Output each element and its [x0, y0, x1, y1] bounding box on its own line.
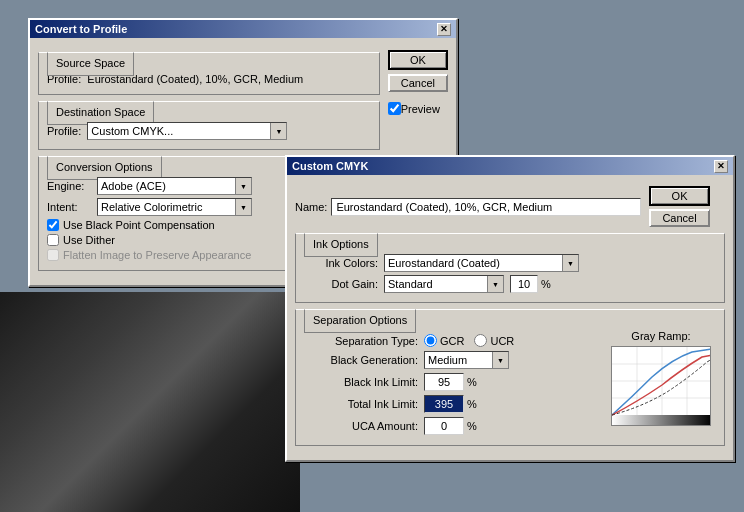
convert-dialog-close[interactable]: ✕ — [437, 23, 451, 36]
total-ink-value: 395 — [435, 398, 453, 410]
cmyk-dialog-close[interactable]: ✕ — [714, 160, 728, 173]
gray-ramp-svg — [612, 347, 711, 426]
dot-gain-percent-value: 10 — [518, 278, 530, 290]
ink-colors-label: Ink Colors: — [304, 257, 384, 269]
total-ink-row: Total Ink Limit: 395 % — [304, 395, 598, 413]
separation-controls: Separation Type: GCR UCR Black Generatio… — [304, 330, 598, 439]
source-space-group: Source Space Profile: Eurostandard (Coat… — [38, 52, 380, 95]
convert-cancel-button[interactable]: Cancel — [388, 74, 448, 92]
gcr-radio-label: GCR — [424, 334, 464, 347]
dot-gain-label: Dot Gain: — [304, 278, 384, 290]
cmyk-name-label: Name: — [295, 201, 327, 213]
intent-label: Intent: — [47, 201, 97, 213]
destination-profile-select[interactable]: Custom CMYK... sRGB Adobe RGB (1998) ▼ — [87, 122, 287, 140]
convert-dialog-title: Convert to Profile — [35, 23, 127, 35]
cmyk-name-value: Eurostandard (Coated), 10%, GCR, Medium — [336, 201, 552, 213]
separation-options-label: Separation Options — [304, 309, 416, 333]
sep-type-label: Separation Type: — [304, 335, 424, 347]
dot-gain-dropdown[interactable]: Standard Custom — [385, 276, 503, 292]
black-gen-label: Black Generation: — [304, 354, 424, 366]
gray-ramp-panel: Gray Ramp: — [606, 330, 716, 439]
black-gen-dropdown[interactable]: None Light Medium Heavy Maximum Custom — [425, 352, 508, 368]
dither-checkbox[interactable] — [47, 234, 59, 246]
cmyk-cancel-button[interactable]: Cancel — [649, 209, 709, 227]
uca-value: 0 — [441, 420, 447, 432]
convert-dialog-titlebar: Convert to Profile ✕ — [30, 20, 456, 38]
black-gen-row: Black Generation: None Light Medium Heav… — [304, 351, 598, 369]
black-ink-value: 95 — [438, 376, 450, 388]
preview-label: Preview — [401, 103, 440, 115]
destination-profile-dropdown[interactable]: Custom CMYK... sRGB Adobe RGB (1998) — [88, 123, 286, 139]
black-gen-select[interactable]: None Light Medium Heavy Maximum Custom ▼ — [424, 351, 509, 369]
total-ink-percent: % — [467, 398, 477, 410]
cmyk-dialog-title: Custom CMYK — [292, 160, 368, 172]
sep-type-row: Separation Type: GCR UCR — [304, 334, 598, 347]
ucr-label: UCR — [490, 335, 514, 347]
cmyk-name-row: Name: Eurostandard (Coated), 10%, GCR, M… — [295, 186, 725, 227]
svg-rect-0 — [612, 415, 711, 426]
dot-gain-percent-input[interactable]: 10 — [510, 275, 538, 293]
uca-input[interactable]: 0 — [424, 417, 464, 435]
uca-row: UCA Amount: 0 % — [304, 417, 598, 435]
flatten-checkbox — [47, 249, 59, 261]
ink-options-label: Ink Options — [304, 233, 378, 257]
ink-options-group: Ink Options Ink Colors: Eurostandard (Co… — [295, 233, 725, 303]
intent-dropdown[interactable]: Relative Colorimetric Perceptual Saturat… — [98, 199, 251, 215]
gcr-label: GCR — [440, 335, 464, 347]
total-ink-label: Total Ink Limit: — [304, 398, 424, 410]
black-ink-label: Black Ink Limit: — [304, 376, 424, 388]
uca-percent: % — [467, 420, 477, 432]
dither-label: Use Dither — [63, 234, 115, 246]
cmyk-ok-button[interactable]: OK — [649, 186, 709, 206]
black-point-label: Use Black Point Compensation — [63, 219, 215, 231]
black-ink-row: Black Ink Limit: 95 % — [304, 373, 598, 391]
intent-select[interactable]: Relative Colorimetric Perceptual Saturat… — [97, 198, 252, 216]
total-ink-input[interactable]: 395 — [424, 395, 464, 413]
gray-ramp-label: Gray Ramp: — [631, 330, 690, 342]
engine-select[interactable]: Adobe (ACE) Microsoft ICM ▼ — [97, 177, 252, 195]
destination-profile-row: Profile: Custom CMYK... sRGB Adobe RGB (… — [47, 122, 371, 140]
black-point-checkbox[interactable] — [47, 219, 59, 231]
dot-gain-row: Dot Gain: Standard Custom ▼ 10 % — [304, 275, 716, 293]
ucr-radio-label: UCR — [474, 334, 514, 347]
cmyk-buttons: OK Cancel — [649, 186, 709, 227]
engine-dropdown[interactable]: Adobe (ACE) Microsoft ICM — [98, 178, 251, 194]
preview-checkbox[interactable] — [388, 102, 401, 115]
uca-label: UCA Amount: — [304, 420, 424, 432]
convert-ok-button[interactable]: OK — [388, 50, 448, 70]
dot-gain-percent-sign: % — [541, 278, 551, 290]
dot-gain-select[interactable]: Standard Custom ▼ — [384, 275, 504, 293]
custom-cmyk-dialog: Custom CMYK ✕ Name: Eurostandard (Coated… — [285, 155, 735, 462]
black-ink-percent: % — [467, 376, 477, 388]
gray-ramp-chart — [611, 346, 711, 426]
ink-colors-dropdown[interactable]: Eurostandard (Coated) SWOP (Coated) Toyo — [385, 255, 578, 271]
flatten-label: Flatten Image to Preserve Appearance — [63, 249, 251, 261]
black-ink-input[interactable]: 95 — [424, 373, 464, 391]
engine-label: Engine: — [47, 180, 97, 192]
destination-space-group: Destination Space Profile: Custom CMYK..… — [38, 101, 380, 150]
ink-colors-select[interactable]: Eurostandard (Coated) SWOP (Coated) Toyo… — [384, 254, 579, 272]
source-space-label: Source Space — [47, 52, 134, 76]
cmyk-dialog-titlebar: Custom CMYK ✕ — [287, 157, 733, 175]
destination-profile-label: Profile: — [47, 125, 87, 137]
gcr-radio[interactable] — [424, 334, 437, 347]
cmyk-name-input[interactable]: Eurostandard (Coated), 10%, GCR, Medium — [331, 198, 641, 216]
separation-options-group: Separation Options Separation Type: GCR … — [295, 309, 725, 446]
background-image — [0, 292, 300, 512]
preview-row: Preview — [388, 102, 448, 115]
ucr-radio[interactable] — [474, 334, 487, 347]
